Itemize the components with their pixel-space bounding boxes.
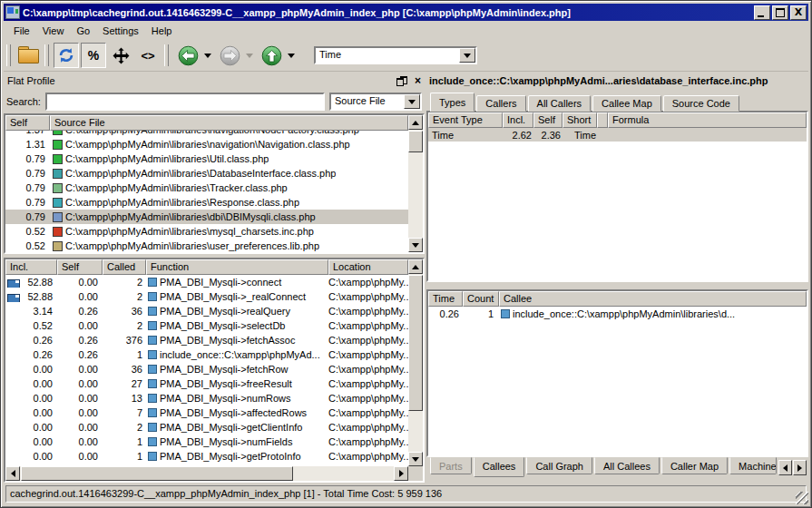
table-row[interactable]: 0.000.001PMA_DBI_Mysqli->getProtoInfoC:\… (5, 449, 408, 464)
tab-source-code[interactable]: Source Code (663, 95, 739, 112)
menu-item-settings[interactable]: Settings (96, 24, 145, 38)
table-row[interactable]: 0.000.0027PMA_DBI_Mysqli->freeResultC:\x… (5, 376, 408, 391)
relative-percent-button[interactable]: % (81, 43, 106, 68)
menu-item-file[interactable]: File (7, 24, 36, 38)
up-dropdown-arrow[interactable] (288, 54, 295, 58)
table-row[interactable]: 0.000.0036PMA_DBI_Mysqli->fetchRowC:\xam… (5, 362, 408, 376)
close-button[interactable]: X (790, 5, 807, 20)
title-bar[interactable]: C:\xampp\tmp\cachegrind.out.1416463299-C… (4, 4, 808, 21)
table-row[interactable]: 0.260.261include_once::C:\xampp\phpMyAd.… (5, 347, 408, 362)
table-row[interactable]: 52.880.002PMA_DBI_Mysqli->_realConnectC:… (5, 289, 408, 304)
forward-button[interactable] (217, 43, 242, 68)
table-row[interactable]: 0.520.002PMA_DBI_Mysqli->selectDbC:\xamp… (5, 318, 408, 333)
table-row[interactable]: 52.880.002PMA_DBI_Mysqli->connectC:\xamp… (5, 275, 408, 289)
tab-call-graph[interactable]: Call Graph (526, 457, 592, 474)
table-row[interactable]: 0.79C:\xampp\phpMyAdmin\libraries\Databa… (5, 166, 408, 181)
column-header-self[interactable]: Self (533, 112, 563, 128)
scrollbar-thumb[interactable] (408, 131, 423, 152)
maximize-button[interactable] (772, 5, 788, 20)
resize-grip[interactable] (796, 492, 808, 504)
group-by-combobox[interactable]: Source File (329, 93, 422, 111)
tab-scroll-right-button[interactable] (793, 460, 807, 475)
column-header-incl[interactable]: Incl. (5, 259, 57, 275)
float-panel-icon[interactable] (396, 76, 407, 86)
tab-scroll-left-button[interactable] (778, 460, 792, 475)
scroll-down-button[interactable] (408, 452, 423, 466)
table-row[interactable]: 0.79C:\xampp\phpMyAdmin\libraries\Util.c… (5, 151, 408, 166)
column-header-function[interactable]: Function (146, 259, 328, 275)
panel-title-bar[interactable]: Flat Profile × (4, 72, 425, 90)
minimize-button[interactable] (754, 5, 770, 20)
column-header-called[interactable]: Called (103, 259, 146, 275)
tab-types[interactable]: Types (430, 93, 474, 112)
search-input[interactable] (45, 93, 325, 111)
tab-all-callers[interactable]: All Callers (528, 95, 592, 112)
table-row[interactable]: 0.000.007PMA_DBI_Mysqli->affectedRowsC:\… (5, 405, 408, 420)
table-row[interactable]: 0.52C:\xampp\phpMyAdmin\libraries\user_p… (5, 239, 408, 252)
combo-arrow-button[interactable] (459, 48, 475, 63)
column-header-self[interactable]: Self (5, 115, 50, 131)
up-button[interactable] (259, 43, 284, 68)
scroll-up-button[interactable] (408, 115, 423, 130)
tab-parts[interactable]: Parts (430, 457, 472, 474)
detail-header: include_once::C:\xampp\phpMyAdmi...aries… (426, 72, 808, 91)
tab-machine[interactable]: Machine (729, 457, 777, 474)
scroll-up-button[interactable] (408, 259, 423, 274)
combo-arrow-button[interactable] (404, 94, 420, 109)
menu-item-view[interactable]: View (36, 24, 71, 38)
forward-dropdown-arrow[interactable] (246, 54, 253, 58)
menu-item-go[interactable]: Go (70, 24, 96, 38)
table-row-selected[interactable]: 0.79C:\xampp\phpMyAdmin\libraries\dbi\DB… (5, 210, 408, 224)
column-header-spacer[interactable] (597, 112, 608, 128)
tab-callees[interactable]: Callees (474, 457, 525, 477)
scroll-right-button[interactable] (394, 466, 408, 481)
table-row[interactable]: 0.260.26376PMA_DBI_Mysqli->fetchAssocC:\… (5, 333, 408, 347)
column-header-incl[interactable]: Incl. (503, 112, 533, 128)
event-type-combobox[interactable]: Time (314, 46, 477, 64)
close-panel-icon[interactable]: × (415, 76, 421, 86)
scroll-left-button[interactable] (5, 466, 20, 481)
vertical-scrollbar[interactable] (408, 115, 423, 252)
open-file-button[interactable] (15, 43, 41, 68)
cycle-detection-button[interactable] (54, 43, 79, 68)
column-header-callee[interactable]: Callee (499, 291, 807, 307)
column-header-source-file[interactable]: Source File (50, 115, 408, 131)
tab-all-callees[interactable]: All Callees (594, 457, 660, 474)
table-row-selected[interactable]: Time 2.62 2.36 Time (428, 128, 807, 142)
scroll-down-button[interactable] (408, 238, 423, 252)
tab-callee-map[interactable]: Callee Map (592, 95, 661, 112)
column-header-event-type[interactable]: Event Type (428, 112, 503, 128)
scrollbar-thumb[interactable] (408, 275, 423, 411)
table-row[interactable]: 0.79C:\xampp\phpMyAdmin\libraries\Respon… (5, 195, 408, 210)
table-row[interactable]: 0.000.001PMA_DBI_Mysqli->numFieldsC:\xam… (5, 435, 408, 449)
table-row[interactable]: 3.140.2636PMA_DBI_Mysqli->realQueryC:\xa… (5, 304, 408, 318)
table-row[interactable]: 0.79C:\xampp\phpMyAdmin\libraries\Tracke… (5, 181, 408, 195)
splitter-handle[interactable] (426, 282, 808, 289)
toolbar-handle[interactable] (6, 44, 11, 66)
scrollbar-thumb[interactable] (21, 466, 293, 481)
expand-button[interactable]: <> (135, 43, 161, 68)
tab-callers[interactable]: Callers (476, 95, 525, 112)
file-path: C:\xampp\phpMyAdmin\libraries\Util.class… (65, 153, 269, 164)
table-row[interactable]: 0.000.0013PMA_DBI_Mysqli->numRowsC:\xamp… (5, 391, 408, 405)
column-header-short[interactable]: Short (563, 112, 597, 128)
vertical-scrollbar[interactable] (408, 259, 423, 466)
dock-layout-button[interactable] (108, 43, 133, 68)
menu-item-help[interactable]: Help (145, 24, 179, 38)
table-row[interactable]: 0.000.002PMA_DBI_Mysqli->getClientInfoC:… (5, 420, 408, 435)
back-dropdown-arrow[interactable] (204, 54, 211, 58)
tab-caller-map[interactable]: Caller Map (661, 457, 728, 474)
column-header-formula[interactable]: Formula (608, 112, 807, 128)
column-header-self[interactable]: Self (57, 259, 103, 275)
table-row[interactable]: 1.31C:\xampp\phpMyAdmin\libraries\naviga… (5, 137, 408, 151)
column-header-location[interactable]: Location (328, 259, 408, 275)
horizontal-scrollbar[interactable] (5, 466, 408, 481)
table-row[interactable]: 1.37C:\xampp\phpMyAdmin\libraries\naviga… (5, 131, 408, 137)
back-button[interactable] (175, 43, 201, 68)
column-header-count[interactable]: Count (463, 291, 499, 307)
table-row[interactable]: 0.26 1 include_once::C:\xampp\phpMyAdmin… (428, 307, 807, 321)
column-header-time[interactable]: Time (428, 291, 463, 307)
toolbar-handle[interactable] (164, 44, 169, 66)
table-row[interactable]: 0.52C:\xampp\phpMyAdmin\libraries\mysql_… (5, 224, 408, 239)
toolbar-handle[interactable] (44, 44, 49, 66)
